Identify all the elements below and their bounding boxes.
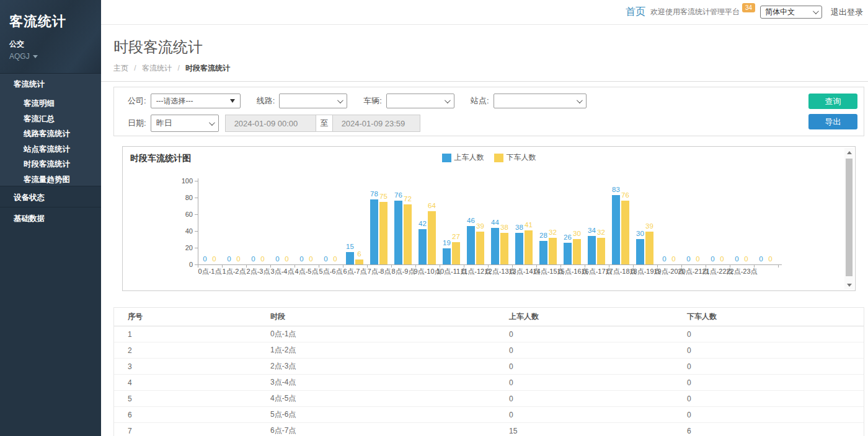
y-axis-label: 60 (168, 211, 193, 218)
bar-boarding (515, 233, 523, 264)
line-select[interactable] (279, 94, 347, 108)
bar-value-label: 32 (597, 229, 605, 236)
bar-value-label: 0 (735, 255, 738, 263)
logout-link[interactable]: 退出登录 (831, 7, 863, 18)
y-axis-line (198, 178, 198, 265)
bar-value-label: 0 (309, 255, 312, 263)
sidebar-item-trend-chart[interactable]: 客流量趋势图 (0, 171, 101, 186)
bar-boarding (564, 243, 572, 264)
export-button[interactable]: 导出 (808, 114, 857, 129)
bar-value-label: 0 (203, 255, 206, 263)
table-cell: 5 (128, 395, 270, 403)
bar-value-label: 0 (251, 255, 255, 263)
table-cell: 0 (509, 411, 687, 419)
legend-label: 下车人数 (507, 152, 536, 163)
bar-boarding (539, 241, 547, 264)
company-label: 公司: (128, 95, 146, 107)
company-select-value: ---请选择--- (156, 96, 193, 107)
bar-alighting (452, 242, 460, 264)
language-select-value: 简体中文 (765, 7, 795, 17)
sidebar-item-device-status[interactable]: 设备状态 (0, 186, 101, 207)
y-axis-label: 100 (168, 177, 193, 185)
table-cell: 0 (509, 362, 687, 371)
language-select[interactable]: 简体中文 (760, 6, 822, 19)
bar-value-label: 6 (357, 250, 361, 258)
table-row: 10点-1点00 (114, 326, 864, 342)
table-cell: 7 (128, 427, 270, 435)
sidebar-item-period-stats[interactable]: 时段客流统计 (0, 155, 101, 171)
breadcrumb-home[interactable]: 主页 (113, 64, 128, 72)
query-button[interactable]: 查询 (808, 94, 857, 109)
table-cell: 0 (687, 362, 864, 371)
bar-value-label: 83 (612, 186, 620, 193)
chevron-down-icon (813, 8, 819, 14)
bar-boarding (394, 201, 402, 264)
sidebar-item-station-stats[interactable]: 站点客流统计 (0, 141, 101, 156)
sidebar-menu: 客流统计 客流明细 客流汇总 线路客流统计 站点客流统计 时段客流统计 客流量趋… (0, 73, 101, 228)
table-cell: 5点-6点 (270, 409, 509, 420)
table-row: 43点-4点00 (114, 375, 864, 391)
x-axis-label: 4点-5点 (295, 267, 319, 276)
breadcrumb-separator: / (177, 64, 179, 72)
bar-boarding (418, 229, 427, 264)
org-dropdown-caret-icon (33, 55, 38, 58)
bar-value-label: 0 (768, 255, 772, 263)
company-select[interactable]: ---请选择--- (151, 94, 241, 108)
scrollbar-thumb[interactable] (846, 159, 852, 276)
chevron-down-icon (337, 97, 343, 103)
scrollbar-down-arrow[interactable] (844, 281, 854, 289)
y-axis-label: 20 (168, 244, 193, 251)
table-cell: 0 (687, 378, 864, 387)
triangle-up-icon (847, 151, 852, 154)
bar-value-label: 0 (744, 255, 748, 263)
x-axis-label: 5点-6点 (319, 267, 343, 276)
breadcrumb-section[interactable]: 客流统计 (142, 64, 172, 72)
legend-label: 上车人数 (454, 152, 484, 163)
date-to-input[interactable]: 2024-01-09 23:59 (333, 115, 420, 131)
table-cell: 0 (509, 395, 687, 403)
x-axis-line (198, 264, 782, 265)
date-from-input[interactable]: 2024-01-09 00:00 (226, 115, 316, 131)
sidebar-item-passenger-stats[interactable]: 客流统计 (0, 73, 101, 95)
org-code-dropdown[interactable]: AQGJ (9, 52, 101, 61)
bar-value-label: 39 (476, 222, 484, 230)
bar-alighting (597, 238, 605, 264)
station-select[interactable] (494, 94, 587, 108)
chart-panel: 时段车流统计图 上车人数 下车人数 020406080100000点-1点001… (122, 146, 856, 291)
bar-value-label: 0 (686, 255, 690, 263)
main-area: 首页 欢迎使用客流统计管理平台 34 简体中文 退出登录 时段客流统计 主页 /… (101, 0, 868, 436)
bar-boarding (370, 199, 378, 264)
bar-value-label: 34 (588, 227, 596, 234)
chart-vertical-scrollbar[interactable] (844, 148, 854, 289)
y-axis-tick (195, 198, 198, 198)
table-cell: 0 (509, 346, 687, 355)
y-axis-tick (195, 248, 198, 248)
sidebar-item-passenger-detail[interactable]: 客流明细 (0, 95, 101, 110)
chevron-down-icon (209, 120, 215, 126)
table-cell: 0 (687, 330, 864, 339)
legend-item-boarding: 上车人数 (442, 152, 484, 163)
date-preset-select[interactable]: 昨日 (151, 115, 219, 132)
bar-value-label: 76 (394, 191, 402, 199)
scrollbar-up-arrow[interactable] (844, 148, 854, 157)
bar-alighting (645, 232, 653, 264)
table-row: 21点-2点00 (114, 342, 864, 359)
sidebar-item-line-stats[interactable]: 线路客流统计 (0, 125, 101, 141)
breadcrumb-current: 时段客流统计 (185, 64, 230, 72)
legend-swatch-blue (442, 154, 451, 162)
bar-value-label: 0 (711, 255, 714, 263)
bar-value-label: 19 (443, 239, 451, 246)
legend-swatch-yellow (494, 154, 503, 162)
sidebar-item-passenger-summary[interactable]: 客流汇总 (0, 110, 101, 126)
bar-value-label: 0 (285, 255, 288, 263)
bar-value-label: 44 (491, 219, 499, 226)
home-link[interactable]: 首页 (626, 6, 645, 19)
vehicle-label: 车辆: (363, 95, 382, 107)
breadcrumb-separator: / (134, 64, 136, 72)
bar-value-label: 15 (346, 243, 354, 250)
bar-value-label: 0 (236, 255, 240, 263)
table-header-cell: 序号 (128, 312, 270, 322)
bar-boarding (491, 228, 499, 264)
sidebar-item-base-data[interactable]: 基础数据 (0, 207, 101, 228)
vehicle-select[interactable] (386, 94, 454, 108)
